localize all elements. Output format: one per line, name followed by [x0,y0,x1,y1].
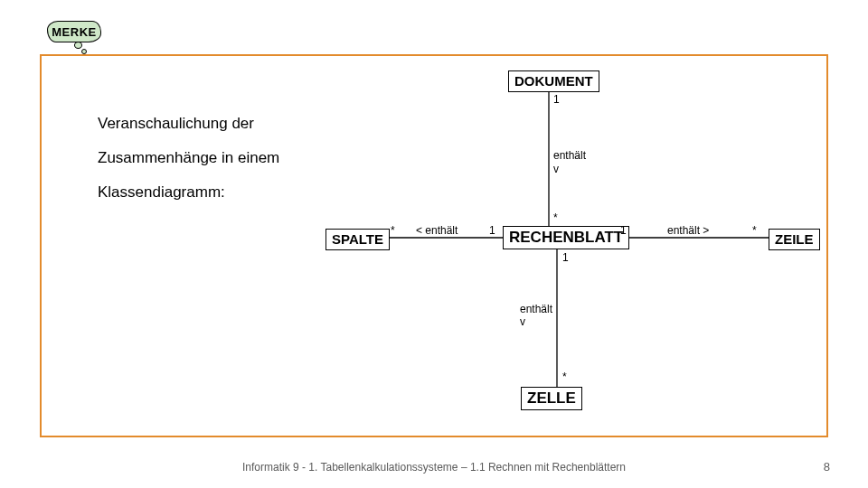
class-dokument: DOKUMENT [508,70,599,92]
class-zeile: ZEILE [769,229,820,250]
class-label: RECHENBLATT [509,229,623,246]
relation-enthaelt: enthält [520,303,552,315]
merke-bubble-icon [74,42,82,49]
arrow-v-icon: v [520,315,525,328]
description-line: Zusammenhänge in einem [98,141,279,175]
multiplicity-star: * [562,371,567,383]
class-spalte: SPALTE [326,229,390,250]
class-label: ZEILE [775,231,814,247]
arrow-v-icon: v [553,163,559,175]
multiplicity-one: 1 [562,251,569,264]
merke-badge: MERKE [47,21,101,42]
multiplicity-star: * [752,224,757,237]
page-number: 8 [824,460,830,474]
relation-enthaelt-right: enthält > [667,224,709,237]
class-zelle: ZELLE [521,387,582,410]
multiplicity-star: * [391,224,395,237]
class-label: SPALTE [332,231,383,247]
class-label: DOKUMENT [514,73,593,89]
relation-enthaelt: enthält [553,149,586,162]
class-label: ZELLE [527,389,576,407]
multiplicity-one: 1 [553,93,560,106]
description-line: Veranschaulichung der [98,107,279,141]
description-line: Klassendiagramm: [98,175,279,210]
merke-label: MERKE [52,25,96,39]
multiplicity-one: 1 [489,224,495,237]
class-rechenblatt: RECHENBLATT [503,226,629,249]
description-block: Veranschaulichung der Zusammenhänge in e… [98,107,279,210]
footer-course: Informatik 9 - 1. Tabellenkalkulationssy… [0,461,868,474]
multiplicity-star: * [553,211,558,224]
slide-page: MERKE Veranschaulichung der Zusammenhäng… [0,0,868,488]
multiplicity-one: 1 [620,224,627,237]
relation-enthaelt-left: < enthält [416,224,458,237]
